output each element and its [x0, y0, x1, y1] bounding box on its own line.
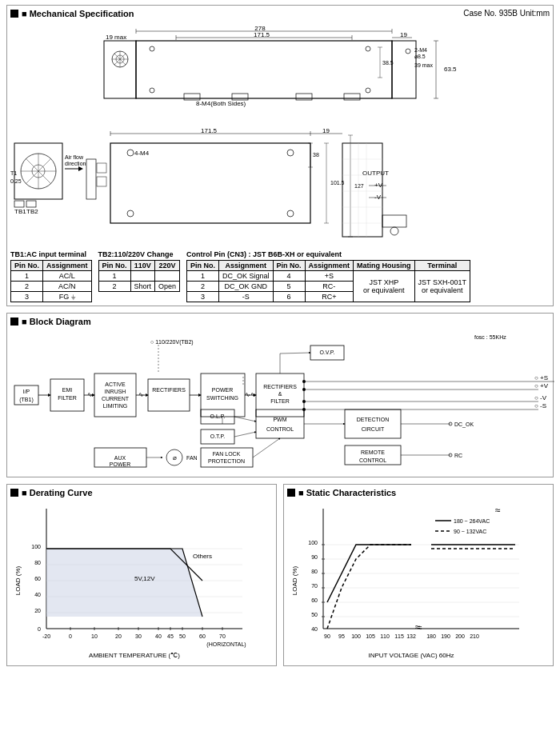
- svg-text:132: 132: [406, 633, 416, 639]
- svg-text:CONTROL: CONTROL: [266, 426, 294, 432]
- tb2-title: TB2:110/220V Change: [98, 250, 181, 258]
- svg-text:100: 100: [351, 633, 361, 639]
- svg-line-160: [253, 438, 280, 457]
- terminal-section: TB1:AC input terminal Pin No. Assignment…: [10, 250, 550, 302]
- svg-text:DC_OK: DC_OK: [454, 421, 474, 428]
- svg-point-69: [127, 210, 134, 217]
- svg-point-70: [287, 150, 294, 156]
- static-section: ■ Static Characteristics 40 50 60 70 80 …: [283, 484, 554, 666]
- svg-text:60: 60: [34, 576, 41, 581]
- svg-text:4-M4: 4-M4: [134, 150, 150, 157]
- svg-text:30: 30: [135, 633, 142, 639]
- svg-text:FAN LOCK: FAN LOCK: [213, 451, 241, 457]
- svg-text:LOAD (%): LOAD (%): [291, 565, 298, 595]
- svg-text:REMOTE: REMOTE: [361, 449, 385, 455]
- derating-header: ■ Derating Curve: [10, 488, 273, 497]
- svg-rect-116: [148, 379, 190, 411]
- svg-point-99: [390, 227, 398, 235]
- svg-text:RECTIFIERS: RECTIFIERS: [152, 387, 186, 393]
- svg-text:∿: ∿: [138, 391, 144, 398]
- svg-text:CIRCUIT: CIRCUIT: [362, 426, 385, 432]
- svg-text:O.V.P.: O.V.P.: [319, 350, 334, 355]
- svg-text:○ +V: ○ +V: [534, 382, 549, 389]
- svg-line-153: [234, 417, 256, 421]
- cn3-table: Pin No. Assignment Pin No. Assignment Ma…: [186, 260, 470, 302]
- svg-text:⌀8.5: ⌀8.5: [414, 54, 426, 59]
- svg-rect-161: [345, 409, 401, 438]
- derating-svg: 0 20 40 60 80 100 LOAD (%) -20 0 10: [10, 501, 258, 661]
- svg-text:fosc : 55KHz: fosc : 55KHz: [474, 334, 506, 340]
- block-diagram-title: ■ Block Diagram: [22, 317, 91, 326]
- tb1-table: Pin No. Assignment 1 AC/L 2 AC/N: [10, 260, 92, 302]
- svg-text:direction: direction: [65, 161, 86, 166]
- svg-text:10: 10: [91, 633, 98, 639]
- table-row: 1 AC/L: [11, 271, 92, 282]
- svg-text:-V: -V: [374, 194, 382, 201]
- svg-text:∿∿: ∿∿: [245, 391, 256, 398]
- svg-text:○ -S: ○ -S: [534, 402, 546, 409]
- svg-point-132: [302, 380, 306, 383]
- block-diagram-section: ■ Block Diagram I/P (TB1) EMI FILTER: [6, 313, 554, 477]
- svg-text:∿: ∿: [87, 391, 93, 398]
- svg-text:20: 20: [34, 608, 41, 613]
- tb2-col-220v: 220V: [155, 261, 180, 271]
- svg-point-33: [150, 88, 154, 93]
- svg-rect-19: [392, 41, 416, 98]
- svg-rect-48: [14, 201, 24, 207]
- svg-text:40: 40: [34, 592, 41, 597]
- svg-rect-57: [86, 159, 96, 199]
- svg-rect-150: [256, 409, 304, 438]
- svg-text:PWM: PWM: [273, 417, 286, 422]
- svg-text:CONTROL: CONTROL: [359, 457, 386, 463]
- svg-text:T1: T1: [10, 170, 17, 176]
- svg-text:180 ~ 264VAC: 180 ~ 264VAC: [454, 518, 490, 524]
- svg-text:19 max: 19 max: [106, 34, 126, 41]
- svg-point-32: [150, 46, 154, 51]
- svg-text:8-M4(Both Sides): 8-M4(Both Sides): [196, 100, 246, 107]
- tb2-col-pinno: Pin No.: [98, 261, 130, 271]
- svg-text:LIMITING: LIMITING: [103, 403, 127, 409]
- svg-text:40: 40: [155, 633, 162, 639]
- svg-text:210: 210: [470, 633, 479, 639]
- svg-text:-20: -20: [42, 633, 50, 639]
- svg-rect-40: [344, 94, 360, 100]
- svg-text:50: 50: [179, 633, 186, 639]
- svg-text:INPUT VOLTAGE (VAC) 60Hz: INPUT VOLTAGE (VAC) 60Hz: [369, 652, 454, 659]
- svg-text:5V,12V: 5V,12V: [134, 575, 155, 582]
- svg-text:100: 100: [31, 544, 41, 549]
- bottom-row: ■ Derating Curve 0 20 40 60 80 100: [6, 484, 554, 666]
- svg-point-35: [366, 88, 370, 93]
- svg-rect-12: [104, 41, 136, 98]
- static-title: ■ Static Characteristics: [298, 488, 396, 497]
- top-view-svg: 278 19 max 171.5 19: [72, 23, 488, 119]
- block-diagram-inner: I/P (TB1) EMI FILTER ACTIVE INRU: [10, 330, 550, 473]
- svg-rect-58: [97, 163, 106, 173]
- svg-point-135: [302, 388, 306, 391]
- svg-text:95: 95: [338, 633, 345, 639]
- svg-text:≈: ≈: [415, 621, 421, 633]
- svg-rect-11: [136, 41, 392, 98]
- tb1-title: TB1:AC input terminal: [10, 250, 92, 258]
- svg-text:AUX: AUX: [114, 455, 126, 461]
- svg-text:38: 38: [313, 152, 319, 158]
- svg-text:POWER: POWER: [110, 461, 130, 467]
- svg-text:127: 127: [354, 183, 364, 189]
- svg-text:I/P: I/P: [23, 389, 30, 394]
- svg-text:115: 115: [394, 633, 404, 639]
- bottom-drawing: TB1 TB2 T1 0.25 Air flow direction: [10, 119, 550, 247]
- svg-text:RECTIFIERS: RECTIFIERS: [263, 384, 297, 389]
- svg-text:90: 90: [324, 633, 330, 639]
- svg-text:(TB1): (TB1): [19, 397, 34, 403]
- svg-text:○ -V: ○ -V: [534, 394, 547, 401]
- svg-rect-49: [26, 201, 36, 207]
- cn3-title: Control Pin (CN3) : JST B6B-XH or equiva…: [186, 250, 470, 258]
- table-row: 3 FG ⏚: [11, 292, 92, 302]
- svg-rect-108: [94, 373, 136, 417]
- tb1-col-assign: Assignment: [43, 261, 92, 271]
- svg-rect-38: [232, 94, 248, 100]
- svg-text:60: 60: [311, 597, 318, 603]
- svg-text:90 ~ 132VAC: 90 ~ 132VAC: [454, 529, 486, 534]
- square-icon-3: [10, 489, 18, 497]
- svg-text:SWITCHING: SWITCHING: [206, 395, 238, 401]
- svg-text:⌀: ⌀: [173, 454, 177, 461]
